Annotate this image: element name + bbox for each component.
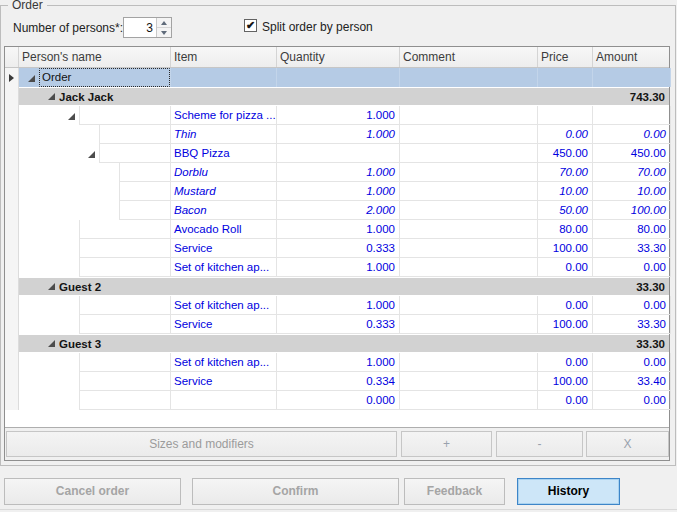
amount-cell[interactable] (593, 106, 671, 125)
remove-row-button[interactable]: - (496, 431, 583, 457)
price-cell[interactable]: 80.00 (538, 220, 593, 239)
expand-icon[interactable] (48, 283, 55, 290)
table-row[interactable]: Service0.333100.0033.30 (5, 239, 669, 258)
column-header-amount[interactable]: Amount (593, 47, 671, 67)
amount-cell[interactable]: 70.00 (593, 163, 671, 182)
comment-cell[interactable] (400, 182, 538, 201)
quantity-cell[interactable] (277, 68, 400, 87)
group-row-band[interactable]: Guest 233.30 (19, 278, 669, 295)
quantity-cell[interactable]: 1.000 (277, 220, 400, 239)
price-cell[interactable] (538, 106, 593, 125)
table-row[interactable]: Scheme for pizza ...1.000 (5, 106, 669, 125)
amount-cell[interactable]: 33.30 (593, 239, 671, 258)
item-cell[interactable]: Thin (171, 125, 277, 144)
column-header-comment[interactable]: Comment (400, 47, 538, 67)
item-cell[interactable] (171, 391, 277, 410)
item-cell[interactable] (171, 68, 277, 87)
item-cell[interactable]: BBQ Pizza (171, 144, 277, 163)
amount-cell[interactable]: 0.00 (593, 258, 671, 277)
comment-cell[interactable] (400, 391, 538, 410)
quantity-cell[interactable]: 0.000 (277, 391, 400, 410)
price-cell[interactable]: 0.00 (538, 125, 593, 144)
item-cell[interactable]: Avocado Roll (171, 220, 277, 239)
price-cell[interactable]: 100.00 (538, 372, 593, 391)
comment-cell[interactable] (400, 144, 538, 163)
price-cell[interactable]: 100.00 (538, 315, 593, 334)
person-name-cell[interactable] (19, 239, 171, 258)
comment-cell[interactable] (400, 315, 538, 334)
group-row-band[interactable]: Guest 333.30 (19, 335, 669, 352)
expand-icon[interactable] (48, 93, 55, 100)
item-cell[interactable]: Scheme for pizza ... (171, 106, 277, 125)
split-order-checkbox[interactable]: ✔ (244, 19, 257, 32)
item-cell[interactable]: Service (171, 239, 277, 258)
comment-cell[interactable] (400, 163, 538, 182)
person-name-cell[interactable] (19, 296, 171, 315)
person-name-cell[interactable] (19, 258, 171, 277)
quantity-cell[interactable]: 1.000 (277, 296, 400, 315)
table-row[interactable]: Jack Jack743.30 (5, 87, 669, 106)
table-row[interactable]: Set of kitchen ap...1.0000.000.00 (5, 258, 669, 277)
spin-up-button[interactable] (157, 18, 171, 27)
price-cell[interactable]: 70.00 (538, 163, 593, 182)
quantity-cell[interactable]: 1.000 (277, 106, 400, 125)
quantity-cell[interactable]: 1.000 (277, 125, 400, 144)
feedback-button[interactable]: Feedback (404, 478, 505, 505)
table-row[interactable]: 0.0000.000.00 (5, 391, 669, 410)
amount-cell[interactable]: 0.00 (593, 353, 671, 372)
person-name-cell[interactable] (19, 353, 171, 372)
table-row[interactable]: Set of kitchen ap...1.0000.000.00 (5, 296, 669, 315)
amount-cell[interactable]: 0.00 (593, 125, 671, 144)
price-cell[interactable] (538, 68, 593, 87)
person-name-cell[interactable] (19, 201, 171, 220)
person-name-cell[interactable] (19, 315, 171, 334)
sizes-and-modifiers-button[interactable]: Sizes and modifiers (6, 431, 397, 457)
person-name-cell[interactable]: Order (19, 68, 171, 87)
spin-down-button[interactable] (157, 27, 171, 37)
person-name-cell[interactable] (19, 182, 171, 201)
comment-cell[interactable] (400, 68, 538, 87)
item-cell[interactable]: Bacon (171, 201, 277, 220)
table-row[interactable]: Dorblu1.00070.0070.00 (5, 163, 669, 182)
person-name-cell[interactable] (19, 144, 171, 163)
comment-cell[interactable] (400, 296, 538, 315)
item-cell[interactable]: Dorblu (171, 163, 277, 182)
column-header-quantity[interactable]: Quantity (277, 47, 400, 67)
item-cell[interactable]: Set of kitchen ap... (171, 353, 277, 372)
comment-cell[interactable] (400, 220, 538, 239)
number-of-persons-spinner[interactable]: 3 (123, 17, 172, 38)
quantity-cell[interactable]: 1.000 (277, 353, 400, 372)
comment-cell[interactable] (400, 125, 538, 144)
quantity-cell[interactable]: 1.000 (277, 182, 400, 201)
amount-cell[interactable]: 100.00 (593, 201, 671, 220)
table-row[interactable]: Mustard1.00010.0010.00 (5, 182, 669, 201)
group-row-band[interactable]: Jack Jack743.30 (19, 88, 669, 105)
comment-cell[interactable] (400, 239, 538, 258)
item-cell[interactable]: Service (171, 372, 277, 391)
price-cell[interactable]: 0.00 (538, 258, 593, 277)
price-cell[interactable]: 0.00 (538, 296, 593, 315)
amount-cell[interactable]: 450.00 (593, 144, 671, 163)
comment-cell[interactable] (400, 201, 538, 220)
table-row[interactable]: Guest 233.30 (5, 277, 669, 296)
amount-cell[interactable]: 10.00 (593, 182, 671, 201)
comment-cell[interactable] (400, 353, 538, 372)
expand-icon[interactable] (48, 340, 55, 347)
price-cell[interactable]: 0.00 (538, 353, 593, 372)
price-cell[interactable]: 10.00 (538, 182, 593, 201)
person-name-cell[interactable] (19, 391, 171, 410)
quantity-cell[interactable] (277, 144, 400, 163)
comment-cell[interactable] (400, 258, 538, 277)
quantity-cell[interactable]: 0.333 (277, 315, 400, 334)
table-row[interactable]: Order (5, 68, 669, 87)
quantity-cell[interactable]: 1.000 (277, 258, 400, 277)
expand-icon[interactable] (68, 113, 75, 120)
item-cell[interactable]: Service (171, 315, 277, 334)
table-row[interactable]: Bacon2.00050.00100.00 (5, 201, 669, 220)
expand-icon[interactable] (28, 75, 35, 82)
confirm-button[interactable]: Confirm (192, 478, 399, 505)
person-name-cell[interactable] (19, 125, 171, 144)
amount-cell[interactable]: 0.00 (593, 391, 671, 410)
column-header-name[interactable]: Person's name (19, 47, 171, 67)
table-row[interactable]: Guest 333.30 (5, 334, 669, 353)
